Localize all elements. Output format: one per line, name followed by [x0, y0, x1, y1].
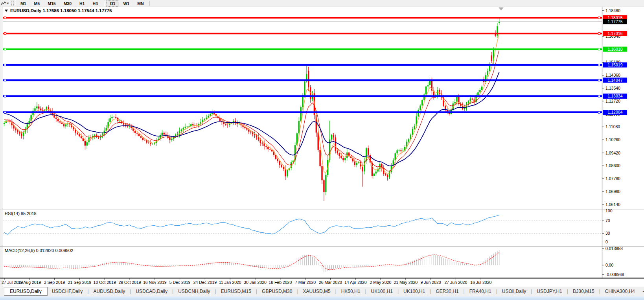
timeframe-button-m30[interactable]: M30	[60, 0, 75, 7]
chart-tab-hk50-h1[interactable]: HK50,H1	[337, 287, 365, 295]
candle-body	[375, 171, 377, 173]
chart-tab-eurusd-m15[interactable]: EURUSD,M15	[217, 287, 256, 295]
candle-body	[129, 126, 130, 127]
candle-body	[342, 158, 344, 160]
timeframe-button-m5[interactable]: M5	[30, 0, 44, 7]
candle-body	[246, 128, 247, 129]
timeframe-button-w1[interactable]: W1	[119, 0, 133, 7]
toolbar-separator	[104, 1, 104, 6]
candle-body	[374, 173, 375, 176]
line-handle[interactable]	[598, 111, 600, 113]
line-handle[interactable]	[4, 17, 6, 19]
timeframe-button-m1[interactable]: M1	[17, 0, 30, 7]
line-handle[interactable]	[598, 95, 600, 97]
line-handle[interactable]	[4, 111, 6, 113]
candle-body	[331, 135, 332, 140]
candle-body	[356, 163, 357, 165]
line-handle[interactable]	[598, 79, 600, 81]
chart-tab-usoil-daily[interactable]: USOil,Daily	[498, 287, 530, 295]
line-handle[interactable]	[4, 33, 6, 35]
candle-body	[109, 118, 110, 122]
candle-body	[454, 102, 455, 103]
line-handle[interactable]	[4, 64, 6, 66]
chart-tab-uk100-h1[interactable]: UK100,H1	[399, 287, 429, 295]
candle-body	[142, 138, 144, 140]
line-handle[interactable]	[598, 17, 600, 19]
price-level-badge-label: 1.16018	[608, 47, 623, 52]
candle-body	[119, 121, 120, 121]
line-handle[interactable]	[4, 95, 6, 97]
candle-body	[421, 100, 423, 105]
candle-body	[269, 149, 270, 150]
candle-body	[402, 151, 403, 151]
candle-body	[395, 153, 396, 160]
timeframe-button-h4[interactable]: H4	[89, 0, 102, 7]
chart-tab-eurusd-daily[interactable]: EURUSD,Daily	[4, 287, 48, 296]
candle-body	[19, 132, 20, 134]
candle-body	[368, 148, 369, 155]
candle-body	[125, 125, 126, 126]
macd-tick-label: -0.008968	[605, 272, 624, 277]
timeframe-button-m15[interactable]: M15	[44, 0, 59, 7]
line-handle[interactable]	[598, 64, 600, 66]
chart-tab-xauusd-m5[interactable]: XAUUSD,M5	[299, 287, 335, 295]
line-handle[interactable]	[4, 79, 6, 81]
chart-tab-bar: EURUSD,DailyUSDCHF,Daily|AUDUSD,Daily|US…	[0, 287, 644, 296]
macd-tick-label: 0.013858	[605, 246, 623, 251]
candle-body	[275, 155, 276, 159]
candle-body	[318, 133, 319, 150]
chart-tab-ger30-h1[interactable]: GER30,H1	[432, 287, 463, 295]
line-handle[interactable]	[598, 33, 600, 35]
candle-body	[85, 141, 86, 145]
date-label: 14 Apr 2020	[344, 280, 367, 285]
date-label: 15 Aug 2019	[18, 280, 41, 285]
candle-body	[140, 136, 142, 138]
rsi-label: RSI(14) 85.2018	[5, 211, 37, 216]
candle-body	[79, 134, 80, 136]
date-label: 30 Jan 2020	[244, 280, 267, 285]
candle-body	[250, 132, 251, 133]
candle-body	[90, 137, 91, 138]
rsi-tick-label: 0	[605, 239, 608, 244]
toolbar-separator	[149, 1, 150, 6]
chart-tab-dj30-m15[interactable]: DJ30,M15	[569, 287, 599, 295]
chart-tab-fra40-h1[interactable]: FRA40,H1	[465, 287, 496, 295]
price-tick-label: 1.09420	[605, 151, 620, 155]
candle-body	[472, 99, 473, 100]
candle-body	[36, 107, 37, 109]
chart-tab-usdchf-daily[interactable]: USDCHF,Daily	[48, 287, 87, 295]
tab-scroll-left-icon[interactable]: ◄	[639, 289, 644, 293]
chart-tab-usdcad-daily[interactable]: USDCAD,Daily	[131, 287, 172, 295]
date-label: 24 Dec 2019	[193, 280, 217, 285]
timeframe-button-mn[interactable]: MN	[133, 0, 147, 7]
candle-body	[81, 136, 82, 138]
line-handle[interactable]	[598, 48, 600, 50]
date-label: 27 Jun 2020	[444, 280, 467, 285]
candle-body	[152, 144, 153, 144]
candle-body	[225, 124, 226, 125]
timeframe-button-d1[interactable]: D1	[106, 0, 119, 7]
candle-body	[183, 128, 184, 130]
chart-tab-usdcnh-daily[interactable]: USDCNH,Daily	[174, 287, 214, 295]
chart-tab-china300-h4[interactable]: CHINA300,H4	[601, 287, 639, 295]
candle-body	[55, 118, 57, 119]
chart-tab-usdjpy-h1[interactable]: USDJPY,H1	[532, 287, 566, 295]
chart-tab-uk100-h1[interactable]: UK100,H1	[367, 287, 397, 295]
chart-type-button[interactable]: ▾	[1, 1, 10, 6]
candle-body	[285, 169, 286, 176]
price-level-badge-label: 1.12004	[608, 110, 623, 114]
candle-body	[277, 159, 278, 161]
current-price-badge-label: 1.17775	[608, 19, 623, 24]
line-handle[interactable]	[4, 48, 6, 50]
candle-body	[144, 140, 145, 140]
chevron-down-icon[interactable]: ▾	[7, 2, 9, 5]
chart-tab-gbpusd-m30[interactable]: GBPUSD,M30	[258, 287, 296, 295]
date-label: 16 Nov 2019	[143, 280, 167, 285]
candle-body	[38, 107, 39, 109]
candle-body	[281, 165, 282, 167]
toolbar-grip-handle[interactable]	[11, 1, 14, 6]
timeframe-button-h1[interactable]: H1	[75, 0, 88, 7]
candle-body	[383, 168, 384, 174]
chart-tab-audusd-daily[interactable]: AUDUSD,Daily	[89, 287, 130, 295]
candle-body	[177, 134, 178, 135]
